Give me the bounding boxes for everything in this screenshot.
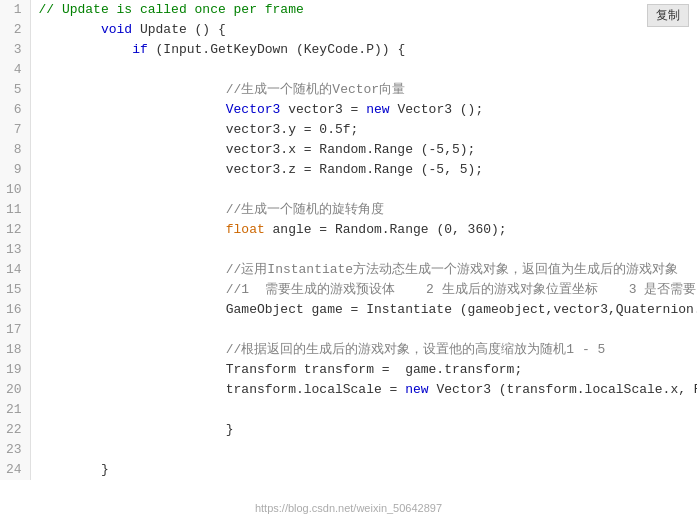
line-number: 14	[0, 260, 30, 280]
line-content: Vector3 vector3 = new Vector3 ();	[30, 100, 697, 120]
comment-cn-token: //1 需要生成的游戏预设体 2 生成后的游戏对象位置坐标 3 是否需要	[226, 282, 697, 297]
copy-button[interactable]: 复制	[647, 4, 689, 27]
line-content: //根据返回的生成后的游戏对象，设置他的高度缩放为随机1 - 5	[30, 340, 697, 360]
table-row: 6 Vector3 vector3 = new Vector3 ();	[0, 100, 697, 120]
line-content: vector3.z = Random.Range (-5, 5);	[30, 160, 697, 180]
line-number: 12	[0, 220, 30, 240]
table-row: 17	[0, 320, 697, 340]
line-number: 23	[0, 440, 30, 460]
comment-cn-token: //生成一个随机的Vector向量	[226, 82, 405, 97]
line-content: // Update is called once per frame	[30, 0, 697, 20]
line-content: //1 需要生成的游戏预设体 2 生成后的游戏对象位置坐标 3 是否需要	[30, 280, 697, 300]
table-row: 22 }	[0, 420, 697, 440]
line-number: 4	[0, 60, 30, 80]
table-row: 12 float angle = Random.Range (0, 360);	[0, 220, 697, 240]
table-row: 2 void Update () {	[0, 20, 697, 40]
table-row: 4	[0, 60, 697, 80]
line-content	[30, 240, 697, 260]
kw-token: void	[101, 22, 132, 37]
line-number: 9	[0, 160, 30, 180]
line-number: 11	[0, 200, 30, 220]
line-number: 1	[0, 0, 30, 20]
table-row: 14 //运用Instantiate方法动态生成一个游戏对象，返回值为生成后的游…	[0, 260, 697, 280]
line-number: 8	[0, 140, 30, 160]
line-number: 15	[0, 280, 30, 300]
line-number: 6	[0, 100, 30, 120]
line-content: }	[30, 460, 697, 480]
table-row: 9 vector3.z = Random.Range (-5, 5);	[0, 160, 697, 180]
line-content: //运用Instantiate方法动态生成一个游戏对象，返回值为生成后的游戏对象	[30, 260, 697, 280]
table-row: 10	[0, 180, 697, 200]
line-number: 21	[0, 400, 30, 420]
line-content: GameObject game = Instantiate (gameobjec…	[30, 300, 697, 320]
table-row: 16 GameObject game = Instantiate (gameob…	[0, 300, 697, 320]
table-row: 11 //生成一个随机的旋转角度	[0, 200, 697, 220]
line-content: transform.localScale = new Vector3 (tran…	[30, 380, 697, 400]
table-row: 19 Transform transform = game.transform;	[0, 360, 697, 380]
comment-cn-token: //根据返回的生成后的游戏对象，设置他的高度缩放为随机1 - 5	[226, 342, 606, 357]
line-number: 2	[0, 20, 30, 40]
line-number: 18	[0, 340, 30, 360]
line-number: 17	[0, 320, 30, 340]
line-number: 10	[0, 180, 30, 200]
orange-token: float	[226, 222, 265, 237]
table-row: 5 //生成一个随机的Vector向量	[0, 80, 697, 100]
line-number: 13	[0, 240, 30, 260]
line-content: //生成一个随机的旋转角度	[30, 200, 697, 220]
table-row: 23	[0, 440, 697, 460]
line-number: 20	[0, 380, 30, 400]
line-number: 3	[0, 40, 30, 60]
line-number: 5	[0, 80, 30, 100]
table-row: 13	[0, 240, 697, 260]
code-area[interactable]: 1// Update is called once per frame2 voi…	[0, 0, 697, 522]
code-container: 复制 1// Update is called once per frame2 …	[0, 0, 697, 522]
table-row: 15 //1 需要生成的游戏预设体 2 生成后的游戏对象位置坐标 3 是否需要	[0, 280, 697, 300]
line-number: 19	[0, 360, 30, 380]
kw-token: Vector3	[226, 102, 281, 117]
line-content: void Update () {	[30, 20, 697, 40]
line-number: 22	[0, 420, 30, 440]
line-content: //生成一个随机的Vector向量	[30, 80, 697, 100]
line-number: 7	[0, 120, 30, 140]
kw-token: if	[132, 42, 148, 57]
table-row: 18 //根据返回的生成后的游戏对象，设置他的高度缩放为随机1 - 5	[0, 340, 697, 360]
table-row: 1// Update is called once per frame	[0, 0, 697, 20]
code-table: 1// Update is called once per frame2 voi…	[0, 0, 697, 480]
line-content	[30, 440, 697, 460]
table-row: 21	[0, 400, 697, 420]
line-content: vector3.x = Random.Range (-5,5);	[30, 140, 697, 160]
kw-token: new	[405, 382, 428, 397]
line-content	[30, 320, 697, 340]
comment-cn-token: //生成一个随机的旋转角度	[226, 202, 385, 217]
table-row: 3 if (Input.GetKeyDown (KeyCode.P)) {	[0, 40, 697, 60]
table-row: 20 transform.localScale = new Vector3 (t…	[0, 380, 697, 400]
line-content: if (Input.GetKeyDown (KeyCode.P)) {	[30, 40, 697, 60]
line-content: float angle = Random.Range (0, 360);	[30, 220, 697, 240]
comment-cn-token: //运用Instantiate方法动态生成一个游戏对象，返回值为生成后的游戏对象	[226, 262, 678, 277]
line-content: vector3.y = 0.5f;	[30, 120, 697, 140]
line-content: }	[30, 420, 697, 440]
line-content: Transform transform = game.transform;	[30, 360, 697, 380]
line-content	[30, 60, 697, 80]
table-row: 8 vector3.x = Random.Range (-5,5);	[0, 140, 697, 160]
line-content	[30, 400, 697, 420]
kw-token: new	[366, 102, 389, 117]
table-row: 24 }	[0, 460, 697, 480]
table-row: 7 vector3.y = 0.5f;	[0, 120, 697, 140]
comment-token: // Update is called once per frame	[39, 2, 304, 17]
line-number: 24	[0, 460, 30, 480]
line-number: 16	[0, 300, 30, 320]
line-content	[30, 180, 697, 200]
